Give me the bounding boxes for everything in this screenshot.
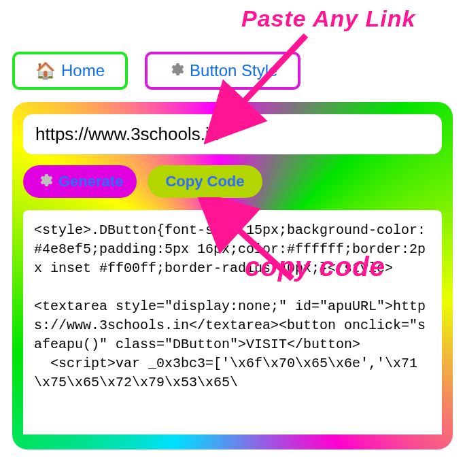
button-style-button[interactable]: Button Style	[145, 52, 300, 90]
home-button[interactable]: 🏠 Home	[12, 52, 128, 90]
generate-button[interactable]: Generate	[23, 165, 137, 198]
action-row: Generate Copy Code	[23, 165, 442, 198]
home-button-label: Home	[61, 61, 105, 80]
copy-code-button[interactable]: Copy Code	[148, 165, 262, 198]
gear-icon	[168, 61, 184, 80]
generator-panel: Generate Copy Code	[12, 102, 453, 449]
code-output[interactable]	[23, 210, 442, 435]
top-nav: 🏠 Home Button Style	[12, 52, 453, 90]
callout-paste-link: Paste Any Link	[241, 5, 415, 32]
generate-label: Generate	[58, 173, 123, 190]
gear-icon	[37, 172, 53, 191]
copy-label: Copy Code	[165, 173, 244, 190]
home-icon: 🏠	[35, 63, 56, 79]
style-button-label: Button Style	[190, 61, 277, 80]
url-input[interactable]	[23, 114, 442, 154]
